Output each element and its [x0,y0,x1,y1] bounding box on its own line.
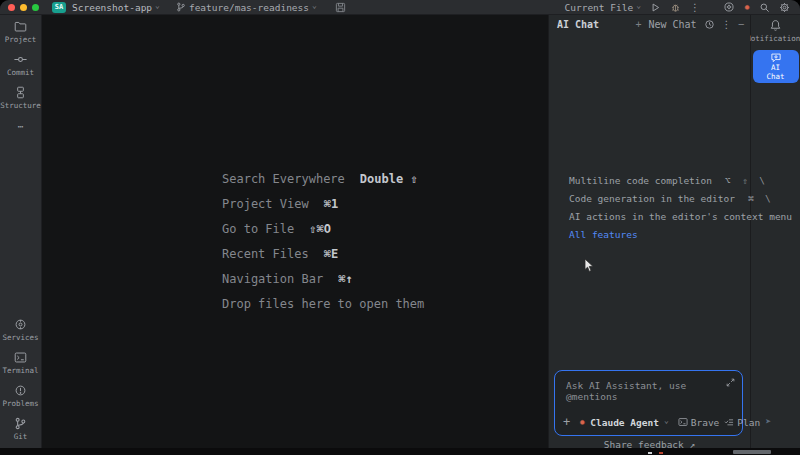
feature-keys: ⌘ \ [748,193,771,204]
sidebar-label: Project [5,35,37,44]
commit-icon [14,53,27,66]
save-all-icon[interactable] [335,2,346,13]
ide-window: SA Screenshot-app ⌄ feature/mas-readines… [0,0,800,455]
shortcut-hint: Go to File ⇧⌘O [222,216,424,241]
problems-icon [14,384,27,397]
background-window-fragment [659,452,663,454]
sidebar-item-structure[interactable]: Structure [0,84,41,112]
hint-label: Navigation Bar [222,272,323,286]
chat-options-icon[interactable]: ⋮ [722,19,732,30]
notifications-bell-icon[interactable] [769,19,782,32]
git-branch-icon [176,2,186,12]
feature-label: AI actions in the editor's context menu [569,211,792,222]
feature-row: AI actions in the editor's context menu [569,207,792,225]
all-features-link[interactable]: All features [569,225,792,243]
sidebar-item-services[interactable]: Services [2,316,38,344]
editor-shortcut-hints: Search Everywhere Double ⇧ Project View … [222,166,424,316]
brave-mode-icon [678,417,688,427]
settings-gear-icon[interactable] [779,2,790,13]
chevron-down-icon: ⌄ [155,2,160,10]
ai-chat-bubble-icon [770,52,782,63]
sidebar-item-project[interactable]: Project [5,18,37,46]
terminal-icon [14,351,27,364]
main-area: Project Commit Structure ⋯ [0,15,800,448]
mouse-cursor [584,258,594,273]
hint-keys: ⌘1 [324,197,338,211]
run-config-name: Current File [565,2,634,13]
ai-chat-button-label: AI [771,63,780,72]
ai-chat-tool-button[interactable]: AI Chat [753,50,799,83]
ai-chat-panel: AI Chat + New Chat ⋮ — Multiline code co… [548,15,750,448]
run-configuration-selector[interactable]: Current File ⌄ [565,2,641,13]
input-toolbar: + ✹ Claude Agent ⌄ Brave Plan [563,415,735,429]
zoom-window-button[interactable] [32,4,39,11]
sidebar-item-terminal[interactable]: Terminal [2,349,38,377]
agent-selector[interactable]: Claude Agent [590,417,659,428]
ai-chat-header: AI Chat + New Chat ⋮ — [549,15,750,33]
debug-icon[interactable] [670,2,681,13]
window-bottom-edge [0,448,800,455]
panel-title: AI Chat [557,19,599,30]
hide-panel-icon[interactable]: — [739,19,744,29]
git-branch-icon [14,417,27,430]
project-selector[interactable]: Screenshot-app ⌄ [72,2,160,13]
shortcut-hint: Navigation Bar ⌘↑ [222,266,424,291]
plan-mode-icon [724,417,734,427]
claude-icon[interactable]: ✹ [744,2,750,12]
background-window-fragment [733,450,771,454]
left-tool-stripe: Project Commit Structure ⋯ [0,15,42,448]
sidebar-item-commit[interactable]: Commit [7,51,34,79]
background-window-fragment [648,452,652,454]
feature-keys: ⌥ ⇧ \ [725,175,765,186]
chevron-down-icon: ⌄ [664,417,669,425]
hint-keys: ⌘↑ [338,272,352,286]
more-tool-windows-icon[interactable]: ⋯ [17,121,23,132]
shortcut-hint: Search Everywhere Double ⇧ [222,166,424,191]
chevron-down-icon: ⌄ [312,2,317,10]
chevron-down-icon: ⌄ [636,2,641,10]
run-icon[interactable] [650,2,661,13]
sidebar-label: Commit [7,68,34,77]
sidebar-item-git[interactable]: Git [14,415,28,443]
hint-keys: Double ⇧ [360,172,418,186]
search-icon[interactable] [759,2,770,13]
sidebar-label: Problems [2,399,38,408]
sidebar-label: Structure [0,101,41,110]
plan-label: Plan [737,417,760,428]
feature-label: Code generation in the editor [569,193,735,204]
expand-input-icon[interactable] [726,378,735,387]
minimize-window-button[interactable] [20,4,27,11]
close-window-button[interactable] [8,4,15,11]
plan-mode-toggle[interactable]: Plan [724,417,760,428]
branch-name: feature/mas-readiness [189,2,309,13]
editor-area[interactable]: Search Everywhere Double ⇧ Project View … [42,15,548,448]
brave-label: Brave [691,417,720,428]
ai-chat-button-label: Chat [766,72,784,81]
ai-assistant-icon[interactable] [723,1,735,13]
feature-label: Multiline code completion [569,175,712,186]
branch-selector[interactable]: feature/mas-readiness ⌄ [176,2,317,13]
title-bar: SA Screenshot-app ⌄ feature/mas-readines… [0,0,800,15]
project-name: Screenshot-app [72,2,152,13]
feature-row: Multiline code completion ⌥ ⇧ \ [569,171,792,189]
hint-keys: ⇧⌘O [309,222,331,236]
hint-label: Project View [222,197,309,211]
notifications-label: Notifications [746,34,800,43]
sidebar-item-problems[interactable]: Problems [2,382,38,410]
shortcut-hint: Drop files here to open them [222,291,424,316]
project-badge: SA [52,2,66,13]
input-placeholder: Ask AI Assistant, use @mentions [566,380,742,402]
brave-mode-toggle[interactable]: Brave [678,417,720,428]
ai-feature-list: Multiline code completion ⌥ ⇧ \ Code gen… [569,171,792,243]
chat-history-icon[interactable] [704,19,715,30]
services-icon [14,318,27,331]
ai-chat-input[interactable]: Ask AI Assistant, use @mentions + ✹ Clau… [554,370,743,436]
sidebar-label: Services [2,333,38,342]
shortcut-hint: Project View ⌘1 [222,191,424,216]
send-icon[interactable]: ➤ [765,417,771,427]
claude-icon: ✹ [579,417,585,427]
more-actions-icon[interactable]: ⋮ [690,2,700,13]
new-chat-button[interactable]: New Chat [648,19,696,30]
attach-plus-icon[interactable]: + [563,416,570,428]
hint-label: Drop files here to open them [222,297,424,311]
